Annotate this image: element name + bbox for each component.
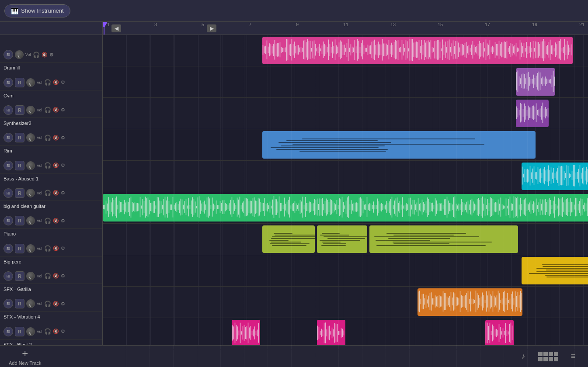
r-button-track-bigperc[interactable]: R [15, 271, 24, 281]
clip-track-piano-0[interactable] [522, 257, 588, 284]
settings-icon-track-0[interactable]: ⚙ [49, 52, 54, 58]
track-content-track-piano[interactable] [103, 255, 588, 286]
headphone-icon-track-bigperc[interactable]: 🎧 [44, 273, 51, 279]
vol-knob-track-synthesizer2[interactable] [26, 133, 35, 142]
settings-icon-track-bigperc[interactable]: ⚙ [61, 273, 65, 279]
mute-icon-track-sfxvibration[interactable]: 🔇 [53, 329, 59, 334]
clip-track-guitar-1[interactable] [317, 225, 367, 253]
track-header-track-0: ≋ Vol 🎧 🔇 ⚙ [0, 35, 103, 62]
show-instrument-button[interactable]: 🎹 Show Instrument [4, 4, 70, 17]
vol-knob-track-bass[interactable] [26, 189, 35, 197]
headphone-icon-track-bass[interactable]: 🎧 [44, 190, 51, 196]
clip-track-synthesizer2-0[interactable] [262, 131, 536, 159]
headphone-icon-track-0[interactable]: 🎧 [33, 52, 40, 58]
mute-icon-track-drumfill[interactable]: 🔇 [53, 80, 59, 85]
clip-track-rim-0[interactable] [522, 163, 588, 190]
clip-track-0-0[interactable] [262, 37, 573, 64]
mute-icon-track-bass[interactable]: 🔇 [53, 190, 59, 196]
vol-knob-track-guitar[interactable] [26, 216, 35, 225]
waveform-icon-track-drumfill[interactable]: ≋ [3, 78, 13, 87]
headphone-icon-track-rim[interactable]: 🎧 [44, 162, 51, 169]
track-content-track-synthesizer2[interactable] [103, 129, 588, 160]
music-note-icon[interactable]: ♪ [517, 350, 529, 363]
headphone-icon-track-cym[interactable]: 🎧 [44, 107, 51, 113]
waveform-icon-track-0[interactable]: ≋ [3, 50, 13, 59]
clip-track-sfxgarilla-2[interactable] [485, 320, 514, 347]
track-content-track-sfxgarilla[interactable] [103, 318, 588, 349]
settings-icon-track-bass[interactable]: ⚙ [61, 190, 65, 196]
mute-icon-track-guitar[interactable]: 🔇 [53, 218, 59, 224]
mute-icon-track-bigperc[interactable]: 🔇 [53, 273, 59, 279]
clip-track-guitar-2[interactable] [369, 225, 518, 253]
track-content-track-guitar[interactable] [103, 224, 588, 255]
waveform-icon-track-guitar[interactable]: ≋ [3, 216, 13, 225]
settings-icon-track-cym[interactable]: ⚙ [61, 107, 65, 113]
clip-track-bass-0[interactable] [103, 194, 588, 222]
r-button-track-bass[interactable]: R [15, 188, 24, 198]
add-track-button[interactable]: + Add New Track [9, 347, 42, 366]
waveform-icon-track-synthesizer2[interactable]: ≋ [3, 133, 13, 142]
track-content-track-0[interactable] [103, 35, 588, 66]
track-header-track-bigperc: Big perc ≋ R Vol 🎧 🔇 ⚙ [0, 256, 103, 284]
settings-icon-track-sfxvibration[interactable]: ⚙ [61, 329, 65, 334]
mute-icon-track-piano[interactable]: 🔇 [53, 246, 59, 251]
r-button-track-cym[interactable]: R [15, 105, 24, 115]
r-button-track-sfxgarilla[interactable]: R [15, 299, 24, 308]
clip-track-sfxgarilla-1[interactable] [317, 320, 345, 347]
r-button-track-drumfill[interactable]: R [15, 78, 24, 87]
waveform-icon-track-piano[interactable]: ≋ [3, 244, 13, 253]
headphone-icon-track-guitar[interactable]: 🎧 [44, 218, 51, 224]
r-button-track-piano[interactable]: R [15, 244, 24, 253]
clip-track-cym-0[interactable] [516, 100, 549, 127]
mute-icon-track-synthesizer2[interactable]: 🔇 [53, 135, 59, 141]
waveform-icon-track-sfxvibration[interactable]: ≋ [3, 327, 13, 336]
settings-icon-track-piano[interactable]: ⚙ [61, 246, 65, 251]
settings-icon-track-drumfill[interactable]: ⚙ [61, 80, 65, 85]
track-content-track-cym[interactable] [103, 98, 588, 129]
waveform-icon-track-bigperc[interactable]: ≋ [3, 271, 13, 281]
mute-icon-track-rim[interactable]: 🔇 [53, 163, 59, 168]
r-button-track-rim[interactable]: R [15, 161, 24, 170]
mute-icon-track-0[interactable]: 🔇 [42, 52, 48, 58]
clip-track-drumfill-0[interactable] [516, 68, 555, 96]
r-button-track-sfxvibration[interactable]: R [15, 327, 24, 336]
headphone-icon-track-synthesizer2[interactable]: 🎧 [44, 135, 51, 141]
headphone-icon-track-sfxvibration[interactable]: 🎧 [44, 328, 51, 335]
list-view-icon[interactable]: ≡ [567, 350, 579, 363]
headphone-icon-track-piano[interactable]: 🎧 [44, 245, 51, 252]
vol-knob-track-bigperc[interactable] [26, 272, 35, 280]
vol-knob-track-cym[interactable] [26, 106, 35, 114]
settings-icon-track-sfxgarilla[interactable]: ⚙ [61, 301, 65, 307]
mute-icon-track-sfxgarilla[interactable]: 🔇 [53, 301, 59, 307]
ruler-mark-17: 17 [485, 22, 490, 27]
headphone-icon-track-sfxgarilla[interactable]: 🎧 [44, 301, 51, 307]
track-content-track-drumfill[interactable] [103, 66, 588, 97]
grid-toggle-button[interactable] [538, 352, 558, 361]
track-content-track-bass[interactable] [103, 192, 588, 223]
mute-icon-track-cym[interactable]: 🔇 [53, 107, 59, 113]
track-content-track-bigperc[interactable] [103, 287, 588, 318]
settings-icon-track-guitar[interactable]: ⚙ [61, 218, 65, 224]
vol-knob-track-sfxgarilla[interactable] [26, 299, 35, 308]
headphone-icon-track-drumfill[interactable]: 🎧 [44, 79, 51, 86]
clip-track-sfxgarilla-0[interactable] [232, 320, 260, 347]
clip-track-guitar-0[interactable] [262, 225, 315, 253]
waveform-icon-track-cym[interactable]: ≋ [3, 105, 13, 115]
waveform-icon-track-bass[interactable]: ≋ [3, 188, 13, 198]
vol-knob-track-rim[interactable] [26, 161, 35, 170]
scroll-left-arrow[interactable]: ◀ [111, 24, 121, 32]
scroll-right-arrow[interactable]: ▶ [207, 24, 216, 32]
vol-knob-track-drumfill[interactable] [26, 78, 35, 87]
vol-knob-track-sfxvibration[interactable] [26, 327, 35, 336]
clip-track-bigperc-0[interactable] [418, 288, 522, 316]
waveform-icon-track-sfxgarilla[interactable]: ≋ [3, 299, 13, 308]
r-button-track-synthesizer2[interactable]: R [15, 133, 24, 142]
waveform-icon-track-rim[interactable]: ≋ [3, 161, 13, 170]
vol-knob-track-piano[interactable] [26, 244, 35, 253]
vol-knob-track-0[interactable] [15, 50, 24, 59]
settings-icon-track-rim[interactable]: ⚙ [61, 163, 65, 168]
track-content-track-rim[interactable] [103, 161, 588, 192]
r-button-track-guitar[interactable]: R [15, 216, 24, 225]
tracks-container[interactable] [103, 35, 588, 367]
settings-icon-track-synthesizer2[interactable]: ⚙ [61, 135, 65, 141]
